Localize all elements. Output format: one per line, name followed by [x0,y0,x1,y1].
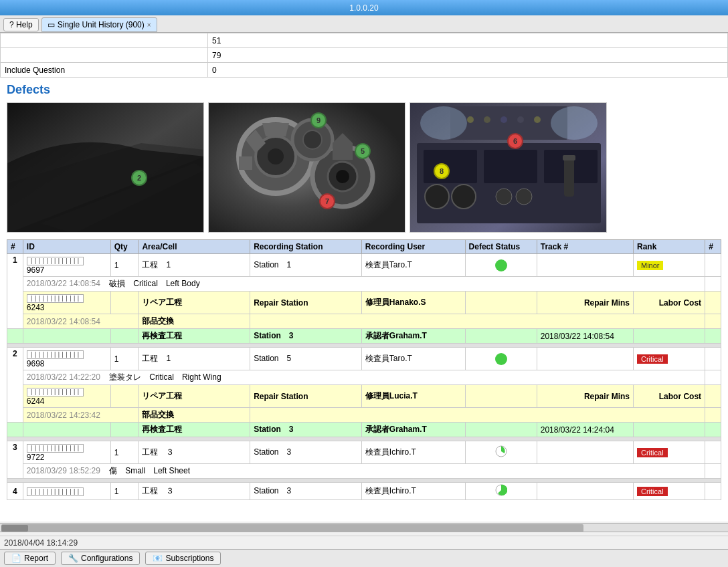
col-header-num: # [7,240,23,254]
svg-rect-20 [563,155,575,160]
wing-svg [7,103,204,233]
row-2r-qty [110,385,139,408]
table-row[interactable]: 3 ||||||||||||| 9722 1 工程 ３ Station 3 検査… [7,441,721,464]
row-2-rank: Critical [633,348,705,370]
recheck-2-status [465,423,537,437]
recheck-1-user: 承認者Graham.T [361,329,465,344]
row-1r-rank: Labor Cost [633,292,705,314]
row-1r-id-num: 6243 [27,303,107,312]
row-4-track [537,483,633,500]
row-1r-id: ||||||||||||| 6243 [23,292,110,314]
row-4-user: 検査員Ichiro.T [361,483,465,500]
col-header-status: Defect Status [465,240,537,254]
row-3-station: Station 3 [250,441,362,464]
col-header-hash: # [705,240,721,254]
table-row[interactable]: 4 ||||||||||||| 1 工程 ３ Station 3 検査員Ichi… [7,483,721,500]
svg-rect-21 [450,106,567,140]
row-2-desc: 塗装タレ Critical Right Wing [109,372,221,382]
row-1r-desc: 部品交換 [139,314,250,329]
subscriptions-icon: 📧 [153,554,163,563]
wing-image[interactable]: 2 [7,102,204,233]
row-3-rank: Critical [633,441,705,464]
rank-badge-minor: Minor [637,261,664,270]
title-bar: 1.0.0.20 [0,0,728,15]
row-3-track [537,441,633,464]
row-2r-station: Repair Station [250,385,362,408]
row-2r-area: リペア工程 [139,385,250,408]
help-button[interactable]: ? Help [3,18,39,31]
marker-6: 6 [507,133,523,149]
recheck-2-station: Station 3 [250,423,362,437]
recheck-1-rank [633,329,705,344]
defects-table: # ID Qty Area/Cell Recording Station Rec… [7,239,721,500]
table-row: 2018/03/29 18:52:29 傷 Small Left Sheet [7,464,721,479]
row-1r-station: Repair Station [250,292,362,314]
svg-point-25 [517,116,524,123]
scrollbar-area[interactable] [0,523,728,532]
svg-point-23 [484,116,490,123]
configurations-label: Configurations [81,554,132,563]
tab-bar: ? Help ▭ Single Unit History (900) × [0,15,728,33]
info-row-3: Include Question 0 [1,63,728,78]
recheck-1-area: 再検査工程 [139,329,250,344]
row-1-user: 検査員Taro.T [361,254,465,277]
close-icon[interactable]: × [147,21,151,29]
row-1-area: 工程 1 [139,254,250,277]
scrollbar-thumb[interactable] [1,525,28,532]
svg-point-9 [303,130,322,149]
table-row: 2018/03/22 14:23:42 部品交換 [7,408,721,423]
row-1-date-desc: 2018/03/22 14:08:54 破損 Critical Left Bod… [23,277,705,292]
row-2-qty: 1 [110,348,139,370]
row-2r-status [465,385,537,408]
row-3-date: 2018/03/29 18:52:29 [27,466,100,475]
marker-9: 9 [310,112,327,128]
barcode-4: ||||||||||||| [27,487,84,496]
rank-badge-critical-4: Critical [637,487,668,496]
subscriptions-button[interactable]: 📧 Subscriptions [145,552,221,565]
row-3-desc: 傷 Small Left Sheet [109,466,190,475]
configurations-button[interactable]: 🔧 Configurations [61,552,140,565]
info-value-3: 0 [208,63,728,78]
recheck-2-id [23,423,110,437]
report-label: Report [24,554,48,563]
table-row[interactable]: 再検査工程 Station 3 承認者Graham.T 2018/03/22 1… [7,423,721,437]
info-value-2: 79 [208,48,728,63]
col-header-user: Recording User [361,240,465,254]
table-row[interactable]: 再検査工程 Station 3 承認者Graham.T 2018/03/22 1… [7,329,721,344]
table-row[interactable]: ||||||||||||| 6244 リペア工程 Repair Station … [7,385,721,408]
table-row[interactable]: 1 ||||||||||||| 9697 1 工程 1 Station 1 検査… [7,254,721,277]
table-row[interactable]: 2 ||||||||||||| 9698 1 工程 1 Station 5 検査… [7,348,721,370]
recheck-1-qty [110,329,139,344]
info-label-1 [1,33,208,48]
table-row[interactable]: ||||||||||||| 6243 リペア工程 Repair Station … [7,292,721,314]
row-3-id: ||||||||||||| 9722 [23,441,110,464]
row-2r-date: 2018/03/22 14:23:42 [23,408,139,423]
row-3-qty: 1 [110,441,139,464]
svg-point-4 [268,148,284,164]
scrollbar-track[interactable] [1,524,583,532]
active-tab[interactable]: ▭ Single Unit History (900) × [41,17,157,32]
report-button[interactable]: 📄 Report [4,552,56,565]
barcode-3: ||||||||||||| [27,444,84,453]
main-content: Defects [0,78,728,522]
row-1r-area: リペア工程 [139,292,250,314]
col-header-id: ID [23,240,110,254]
barcode-2r: ||||||||||||| [27,388,84,396]
row-2r-spacer [250,408,705,423]
cockpit-image[interactable]: 6 8 [410,102,607,233]
row-1-qty: 1 [110,254,139,277]
row-4-qty: 1 [110,483,139,500]
info-label-3: Include Question [1,63,208,78]
rank-badge-critical-2: Critical [637,354,668,364]
info-row-1: 51 [1,33,728,48]
barcode-2: ||||||||||||| [27,350,84,359]
gear-image[interactable]: 9 5 7 [208,102,405,233]
tab-icon: ▭ [48,20,55,29]
recheck-1-station: Station 3 [250,329,362,344]
barcode-1r: ||||||||||||| [27,294,84,303]
svg-point-27 [420,106,467,140]
svg-point-15 [425,185,449,209]
row-2-hash [705,348,721,370]
defects-title: Defects [7,83,721,97]
svg-rect-13 [484,150,537,183]
